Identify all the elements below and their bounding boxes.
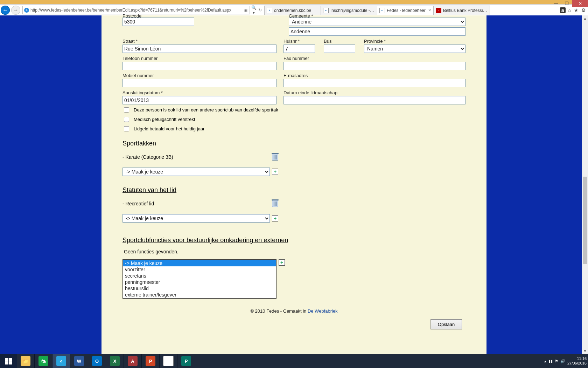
telefoon-input[interactable] — [122, 62, 276, 70]
checkbox-label: Deze persoon is ook lid van een andere s… — [134, 107, 278, 113]
checkbox-lidgeld[interactable]: Lidgeld betaald voor het huidig jaar — [122, 124, 465, 134]
bus-label: Bus — [324, 36, 357, 45]
postcode-input[interactable] — [122, 18, 194, 26]
tab-label: Inschrijvingsmodule - Insc... — [330, 8, 375, 13]
checkbox-medisch[interactable]: Medisch getuigschrift verstrekt — [122, 115, 465, 124]
window-minimize-button[interactable]: — — [551, 0, 561, 7]
functie-option[interactable]: bestuurslid — [123, 285, 276, 292]
window-maximize-button[interactable]: ❐ — [562, 0, 572, 7]
tray-show-hidden-icon[interactable]: ▴ — [544, 359, 546, 363]
gemeente-select[interactable]: Andenne — [289, 18, 465, 26]
checkbox-input[interactable] — [124, 117, 129, 122]
mobiel-input[interactable] — [122, 79, 276, 87]
checkbox-andere-club[interactable]: Deze persoon is ook lid van een andere s… — [122, 105, 465, 115]
functie-option[interactable]: penningmeester — [123, 279, 276, 285]
bus-input[interactable] — [324, 45, 355, 53]
add-functie-icon[interactable]: + — [279, 259, 285, 266]
functie-option[interactable]: voorzitter — [123, 266, 276, 273]
einde-label: Datum einde lidmaatschap — [284, 88, 465, 96]
taskbar-access[interactable]: A — [124, 354, 142, 368]
tray-time: 11:16 — [567, 356, 587, 361]
tab-label: Belfius Bank Professioneel... — [443, 8, 488, 13]
taskbar-store[interactable]: 🛍 — [35, 354, 52, 368]
amazon-extension-icon[interactable]: a — [560, 7, 566, 13]
taskbar-publisher[interactable]: P — [177, 354, 195, 368]
scroll-up-icon[interactable]: ▲ — [582, 15, 588, 21]
statuut-item: - Recreatief lid — [122, 201, 154, 206]
aansluit-label: Aansluitingsdatum * — [122, 88, 276, 96]
scroll-thumb[interactable] — [583, 177, 587, 264]
add-statuut-icon[interactable]: + — [272, 215, 278, 222]
huisnr-input[interactable] — [284, 45, 315, 53]
functies-listbox[interactable]: -> Maak je keuze voorzitter secretaris p… — [122, 259, 276, 299]
einde-input[interactable] — [284, 96, 465, 104]
browser-side-buttons: a ⌂ ★ ⚙ — [560, 7, 586, 13]
search-dropdown-icon[interactable]: 🔍▾ — [251, 5, 257, 15]
taskbar-excel[interactable]: X — [106, 354, 124, 368]
gemeente-input[interactable] — [289, 27, 465, 36]
postcode-label: Postcode — [122, 13, 194, 18]
footer-link[interactable]: De Webfabriek — [308, 308, 338, 314]
url-text: http://www.fedes-ledenbeheer.be/beheer/m… — [30, 8, 243, 13]
email-input[interactable] — [284, 79, 465, 87]
tray-clock[interactable]: 11:16 27/06/2016 — [567, 356, 587, 366]
tray-date: 27/06/2016 — [567, 361, 587, 366]
functie-option[interactable]: secretaris — [123, 273, 276, 279]
favorites-icon[interactable]: ★ — [574, 7, 579, 13]
window-titlebar: — ❐ ✕ — [0, 0, 588, 4]
add-sporttak-icon[interactable]: + — [272, 169, 278, 175]
taskbar-word[interactable]: W — [70, 354, 88, 368]
taskbar: 📁 🛍 e W O X A P ◉ P ▴ ▮▮ ⚑ 🔊 11:16 27/06… — [0, 354, 588, 368]
tray-network-icon[interactable]: ▮▮ — [548, 359, 553, 363]
nav-back-button[interactable]: ← — [1, 6, 10, 15]
functie-option[interactable]: -> Maak je keuze — [123, 260, 276, 266]
functies-heading: Sportclubfuncties voor bestuurlijke omka… — [122, 237, 465, 244]
tray-volume-icon[interactable]: 🔊 — [560, 359, 565, 363]
compat-view-icon[interactable]: ▣ — [243, 8, 248, 13]
page-viewport: Postcode Gemeente * Andenne Straat * — [0, 15, 588, 354]
straat-label: Straat * — [122, 36, 276, 45]
tab-favicon-icon: e — [323, 8, 329, 13]
taskbar-chrome[interactable]: ◉ — [160, 354, 177, 368]
delete-sporttak-icon[interactable] — [272, 154, 278, 161]
tab-close-icon[interactable]: ✕ — [428, 8, 431, 13]
home-icon[interactable]: ⌂ — [568, 7, 571, 13]
taskbar-outlook[interactable]: O — [88, 354, 106, 368]
straat-input[interactable] — [122, 45, 276, 53]
functie-option[interactable]: externe trainer/lesgever — [123, 292, 276, 298]
window-close-button[interactable]: ✕ — [572, 0, 588, 7]
vertical-scrollbar[interactable]: ▲ ▼ — [582, 15, 588, 354]
sporttakken-heading: Sporttakken — [122, 140, 465, 147]
form-panel: Postcode Gemeente * Andenne Straat * — [102, 15, 486, 354]
tab-label: ondernemen.kbc.be — [274, 8, 318, 13]
scroll-down-icon[interactable]: ▼ — [582, 348, 588, 354]
page-footer: © 2010 Fedes - Gemaakt in De Webfabriek — [122, 299, 465, 314]
sporttak-select[interactable]: -> Maak je keuze — [122, 168, 270, 176]
delete-statuut-icon[interactable] — [272, 200, 278, 207]
nav-forward-button[interactable]: → — [11, 6, 20, 15]
save-button[interactable]: Opslaan — [430, 319, 462, 329]
provincie-select[interactable]: Namen — [364, 45, 465, 53]
tray-flag-icon[interactable]: ⚑ — [555, 359, 558, 363]
tools-icon[interactable]: ⚙ — [581, 7, 586, 13]
sporttak-item: - Karate (Categorie 3B) — [122, 154, 173, 160]
email-label: E-mailadres — [284, 71, 465, 79]
fax-input[interactable] — [284, 62, 465, 70]
windows-logo-icon — [5, 358, 12, 364]
checkbox-input[interactable] — [124, 107, 129, 113]
taskbar-ie[interactable]: e — [52, 354, 70, 368]
refresh-icon[interactable]: ↻ — [257, 8, 263, 13]
tab-label: Fedes - ledenbeheer — [387, 8, 427, 13]
taskbar-powerpoint[interactable]: P — [142, 354, 160, 368]
checkbox-label: Lidgeld betaald voor het huidig jaar — [134, 126, 204, 131]
provincie-label: Provincie * — [364, 36, 465, 45]
aansluit-input[interactable] — [122, 96, 276, 104]
gemeente-label: Gemeente * — [289, 13, 465, 18]
statuut-select[interactable]: -> Maak je keuze — [122, 214, 270, 223]
statuten-heading: Statuten van het lid — [122, 186, 465, 194]
system-tray[interactable]: ▴ ▮▮ ⚑ 🔊 11:16 27/06/2016 — [544, 356, 588, 366]
checkbox-input[interactable] — [124, 126, 129, 131]
checkbox-label: Medisch getuigschrift verstrekt — [134, 117, 195, 122]
taskbar-explorer[interactable]: 📁 — [17, 354, 35, 368]
start-button[interactable] — [0, 354, 17, 368]
